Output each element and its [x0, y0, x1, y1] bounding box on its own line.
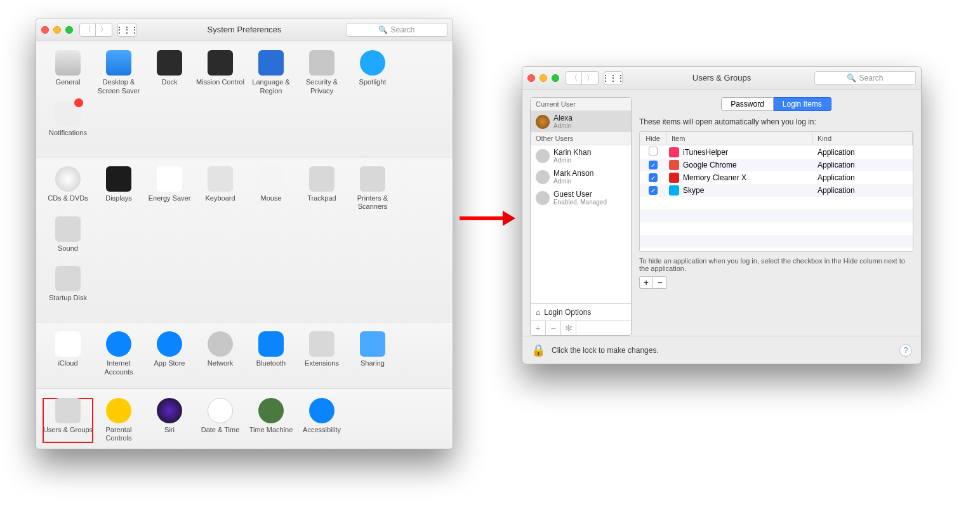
forward-button[interactable]: 〉	[582, 71, 599, 85]
mission-icon	[208, 50, 233, 76]
col-item[interactable]: Item	[666, 132, 812, 145]
nav-buttons: 〈 〉	[79, 23, 112, 37]
table-row[interactable]: ✓Google ChromeApplication	[640, 159, 913, 171]
pref-trackpad[interactable]: Trackpad	[296, 166, 347, 212]
minimize-button[interactable]	[540, 74, 547, 82]
main-panel: Password Login Items These items will op…	[639, 97, 913, 336]
pref-keyboard[interactable]: Keyboard	[195, 166, 246, 212]
tab-password[interactable]: Password	[721, 97, 774, 111]
close-button[interactable]	[41, 26, 49, 34]
pref-cds-dvds[interactable]: CDs & DVDs	[43, 166, 93, 212]
pref-app-store[interactable]: App Store	[144, 331, 195, 377]
table-row[interactable]: iTunesHelperApplication	[640, 145, 913, 159]
pref-parental-controls[interactable]: Parental Controls	[93, 398, 144, 444]
pref-sharing[interactable]: Sharing	[347, 331, 398, 377]
zoom-button[interactable]	[552, 74, 559, 82]
keyboard-icon	[208, 166, 233, 192]
user-row[interactable]: Karin KhanAdmin	[531, 145, 631, 166]
user-row[interactable]: Guest UserEnabled, Managed	[531, 187, 631, 208]
pref-label: General	[43, 78, 93, 95]
hide-checkbox[interactable]	[649, 147, 658, 155]
pref-label: Startup Disk	[43, 294, 93, 310]
help-button[interactable]: ?	[899, 344, 912, 357]
tab-login-items[interactable]: Login Items	[774, 97, 831, 111]
pref-date-time[interactable]: Date & Time	[195, 398, 246, 444]
pref-users-groups[interactable]: Users & Groups	[43, 398, 93, 444]
pref-bluetooth[interactable]: Bluetooth	[246, 331, 296, 377]
user-name: Mark Anson	[553, 169, 593, 178]
pref-siri[interactable]: Siri	[144, 398, 195, 444]
pref-label: Security & Privacy	[296, 78, 347, 96]
app-icon	[669, 173, 679, 183]
table-row[interactable]: ✓SkypeApplication	[640, 184, 913, 197]
search-icon: 🔍	[378, 25, 388, 34]
remove-item-button[interactable]: −	[653, 276, 667, 289]
pref-label: Parental Controls	[93, 426, 144, 444]
login-options-button[interactable]: ⌂ Login Options	[531, 303, 631, 321]
item-name: Memory Cleaner X	[683, 173, 746, 182]
add-user-button[interactable]: +	[531, 321, 546, 335]
search-input[interactable]: 🔍 Search	[814, 71, 916, 85]
pref-mission-control[interactable]: Mission Control	[195, 50, 246, 96]
add-item-button[interactable]: +	[639, 276, 653, 289]
user-row[interactable]: Mark AnsonAdmin	[531, 166, 631, 187]
preferences-grid: GeneralDesktop & Screen SaverDockMission…	[36, 41, 453, 449]
notif-icon	[55, 101, 81, 126]
pref-time-machine[interactable]: Time Machine	[246, 398, 296, 444]
show-all-button[interactable]: ⋮⋮⋮	[604, 71, 623, 85]
pref-energy-saver[interactable]: Energy Saver	[144, 166, 195, 212]
security-icon	[309, 50, 334, 76]
back-button[interactable]: 〈	[79, 23, 96, 37]
zoom-button[interactable]	[65, 26, 73, 34]
pref-spotlight[interactable]: Spotlight	[347, 50, 398, 96]
back-button[interactable]: 〈	[566, 71, 582, 85]
pref-label: Notifications	[43, 129, 93, 145]
col-hide[interactable]: Hide	[640, 132, 666, 145]
avatar	[536, 191, 550, 205]
item-kind: Application	[812, 161, 913, 169]
hide-checkbox[interactable]: ✓	[649, 173, 658, 182]
pref-label: Accessibility	[296, 426, 347, 442]
hide-checkbox[interactable]: ✓	[649, 161, 658, 169]
forward-button[interactable]: 〉	[96, 23, 112, 37]
pref-extensions[interactable]: Extensions	[296, 331, 347, 377]
window-controls	[41, 26, 73, 34]
pref-security-privacy[interactable]: Security & Privacy	[296, 50, 347, 96]
pref-sound[interactable]: Sound	[43, 216, 93, 261]
pref-printers-scanners[interactable]: Printers & Scanners	[347, 166, 398, 212]
pref-label: Mission Control	[195, 78, 246, 95]
remove-user-button[interactable]: −	[546, 321, 561, 335]
lock-icon[interactable]: 🔒	[531, 343, 545, 357]
show-all-button[interactable]: ⋮⋮⋮	[117, 23, 136, 37]
hide-checkbox[interactable]: ✓	[649, 186, 658, 195]
pref-general[interactable]: General	[43, 50, 93, 96]
pref-desktop-screen-saver[interactable]: Desktop & Screen Saver	[93, 50, 144, 96]
pref-notifications[interactable]: Notifications	[43, 101, 93, 145]
pref-accessibility[interactable]: Accessibility	[296, 398, 347, 444]
item-name: Skype	[683, 186, 704, 195]
user-role: Enabled, Managed	[553, 199, 607, 206]
pref-dock[interactable]: Dock	[144, 50, 195, 96]
col-kind[interactable]: Kind	[812, 132, 913, 145]
app-icon	[669, 147, 679, 157]
pref-label: Dock	[144, 78, 195, 95]
pref-displays[interactable]: Displays	[93, 166, 144, 212]
pref-icloud[interactable]: iCloud	[43, 331, 93, 377]
pref-label: Extensions	[296, 359, 347, 376]
search-placeholder: Search	[390, 25, 414, 34]
pref-internet-accounts[interactable]: Internet Accounts	[93, 331, 144, 377]
pref-mouse[interactable]: Mouse	[246, 166, 296, 212]
pref-language-region[interactable]: Language & Region	[246, 50, 296, 96]
search-input[interactable]: 🔍 Search	[346, 23, 447, 37]
table-row[interactable]: ✓Memory Cleaner XApplication	[640, 171, 913, 184]
pref-label: Trackpad	[296, 194, 347, 211]
minimize-button[interactable]	[53, 26, 61, 34]
pref-startup-disk[interactable]: Startup Disk	[43, 266, 93, 310]
user-actions-button[interactable]: ✻	[561, 321, 576, 335]
bt-icon	[258, 331, 284, 357]
startup-icon	[55, 266, 81, 291]
close-button[interactable]	[527, 74, 535, 82]
user-row-current[interactable]: Alexa Admin	[531, 111, 631, 132]
pref-label: Displays	[93, 194, 144, 211]
pref-network[interactable]: Network	[195, 331, 246, 377]
